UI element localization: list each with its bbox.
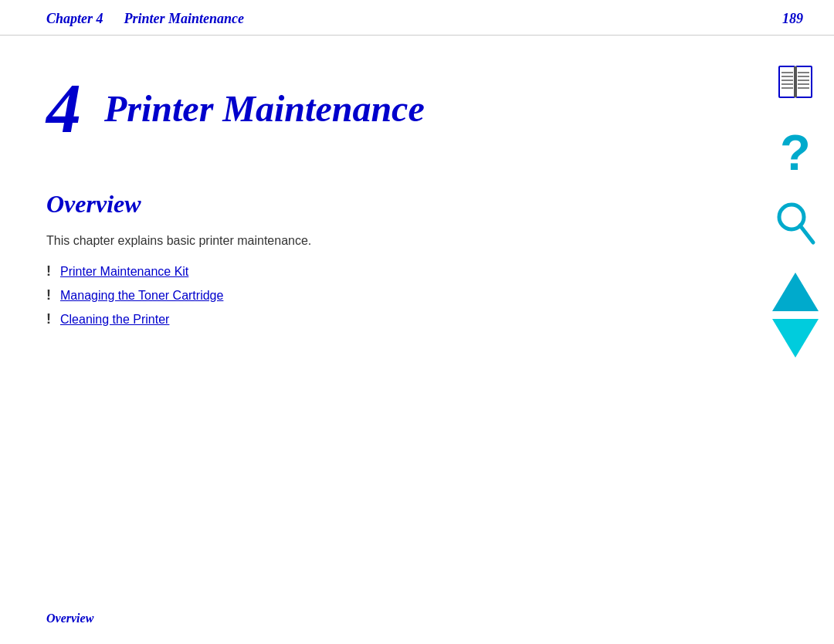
chapter-title-section: 4 Printer Maintenance bbox=[46, 74, 710, 144]
header-page-number: 189 bbox=[782, 11, 803, 27]
overview-heading: Overview bbox=[46, 190, 710, 219]
list-item: ! Managing the Toner Cartridge bbox=[46, 287, 710, 303]
link-cleaning-printer[interactable]: Cleaning the Printer bbox=[60, 313, 169, 327]
link-printer-maintenance-kit[interactable]: Printer Maintenance Kit bbox=[60, 265, 188, 279]
bullet-symbol: ! bbox=[46, 263, 51, 280]
sidebar-icons: ? bbox=[773, 51, 818, 273]
overview-description: This chapter explains basic printer main… bbox=[46, 234, 710, 248]
book-icon-button[interactable] bbox=[773, 63, 818, 108]
main-layout: 4 Printer Maintenance Overview This chap… bbox=[0, 36, 834, 641]
header-chapter-info: Chapter 4 Printer Maintenance bbox=[46, 11, 244, 27]
arrow-up-icon[interactable] bbox=[772, 273, 819, 311]
help-icon: ? bbox=[776, 127, 815, 178]
link-managing-toner-cartridge[interactable]: Managing the Toner Cartridge bbox=[60, 289, 223, 303]
arrow-down-icon[interactable] bbox=[772, 319, 819, 358]
bullet-symbol: ! bbox=[46, 311, 51, 327]
svg-text:?: ? bbox=[780, 127, 811, 178]
book-icon bbox=[773, 63, 818, 105]
list-item: ! Printer Maintenance Kit bbox=[46, 263, 710, 280]
footer-label: Overview bbox=[46, 612, 93, 625]
svg-rect-2 bbox=[794, 66, 797, 97]
svg-rect-0 bbox=[779, 66, 795, 97]
header-chapter-label: Chapter 4 bbox=[46, 11, 103, 26]
search-icon-button[interactable] bbox=[775, 200, 817, 253]
list-item: ! Cleaning the Printer bbox=[46, 311, 710, 327]
navigation-arrows bbox=[772, 273, 819, 381]
right-sidebar: ? bbox=[757, 36, 834, 641]
header-chapter-title: Printer Maintenance bbox=[124, 11, 245, 26]
topic-links-list: ! Printer Maintenance Kit ! Managing the… bbox=[46, 263, 710, 327]
search-icon bbox=[775, 200, 817, 250]
svg-rect-1 bbox=[796, 66, 812, 97]
content-area: 4 Printer Maintenance Overview This chap… bbox=[0, 36, 757, 641]
chapter-title: Printer Maintenance bbox=[104, 89, 425, 130]
chapter-number: 4 bbox=[46, 74, 81, 144]
page-header: Chapter 4 Printer Maintenance 189 bbox=[0, 0, 834, 36]
help-icon-button[interactable]: ? bbox=[776, 127, 815, 181]
bullet-symbol: ! bbox=[46, 287, 51, 303]
svg-line-15 bbox=[800, 225, 813, 242]
